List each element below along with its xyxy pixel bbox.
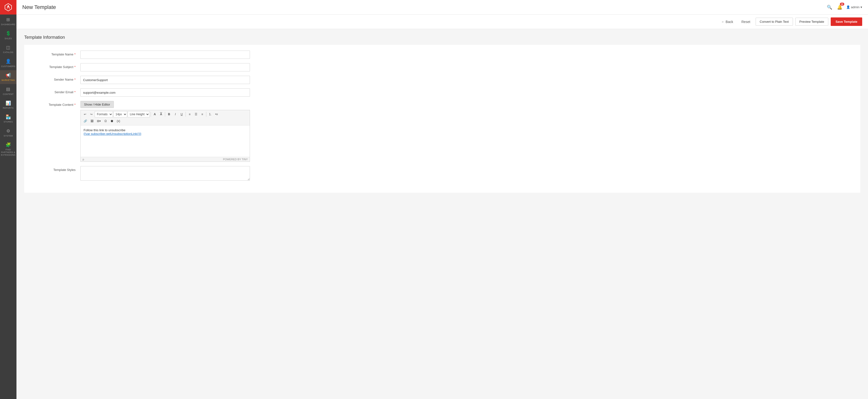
unordered-list-button[interactable]: •≡ [214, 112, 219, 117]
required-star-2: * [74, 65, 75, 69]
sidebar-item-dashboard[interactable]: ⊞ DASHBOARD [0, 14, 17, 28]
sender-name-input[interactable] [81, 76, 250, 84]
convert-button[interactable]: Convert to Plain Text [755, 18, 793, 26]
preview-button[interactable]: Preview Template [795, 18, 828, 26]
admin-label: admin [851, 5, 860, 9]
font-size-select[interactable]: 14px [113, 111, 127, 117]
content-icon: ▤ [6, 86, 10, 92]
underline-button[interactable]: U [179, 112, 185, 117]
special-char-button[interactable]: Ω [103, 118, 108, 124]
search-button[interactable]: 🔍 [826, 4, 833, 11]
template-styles-textarea[interactable] [81, 166, 250, 181]
sidebar: ⊞ DASHBOARD 💲 SALES ◫ CATALOG 👤 CUSTOMER… [0, 0, 17, 399]
back-button[interactable]: ← Back [718, 19, 736, 25]
code-button[interactable]: (x) [115, 118, 122, 124]
sidebar-item-content-label: CONTENT [3, 93, 14, 96]
sender-email-input[interactable] [81, 88, 250, 97]
formats-select[interactable]: Formats [95, 111, 113, 117]
sidebar-item-reports-label: REPORTS [3, 107, 13, 110]
admin-avatar-icon: 👤 [846, 5, 850, 9]
line-height-select[interactable]: Line Height [128, 111, 150, 117]
required-star-3: * [74, 78, 75, 81]
template-name-input[interactable] [81, 51, 250, 59]
align-center-button[interactable]: ☰ [193, 112, 199, 117]
editor-footer: p POWERED BY TINY [81, 157, 250, 161]
section-title: Template Information [24, 35, 860, 40]
template-content-label: Template Content* [32, 101, 81, 106]
topbar: New Template 🔍 🔔 38 👤 admin ▾ [17, 0, 868, 14]
dashboard-icon: ⊞ [6, 17, 10, 23]
form-container: Template Name* Template Subject* Sender … [24, 45, 860, 193]
page-title: New Template [22, 4, 826, 10]
sidebar-item-sales[interactable]: 💲 SALES [0, 28, 17, 42]
search-icon: 🔍 [827, 5, 832, 10]
sidebar-item-reports[interactable]: 📊 REPORTS [0, 98, 17, 112]
align-left-button[interactable]: ≡ [187, 112, 192, 117]
show-hide-editor-button[interactable]: Show / Hide Editor [81, 101, 114, 108]
sidebar-nav: ⊞ DASHBOARD 💲 SALES ◫ CATALOG 👤 CUSTOMER… [0, 14, 17, 159]
topbar-actions: 🔍 🔔 38 👤 admin ▾ [826, 4, 862, 11]
template-styles-label: Template Styles [32, 166, 81, 172]
stores-icon: 🏪 [6, 114, 11, 120]
template-subject-row: Template Subject* [32, 63, 852, 71]
sidebar-item-content[interactable]: ▤ CONTENT [0, 84, 17, 98]
reset-button[interactable]: Reset [738, 19, 753, 25]
admin-menu-button[interactable]: 👤 admin ▾ [846, 5, 862, 9]
sales-icon: 💲 [6, 31, 11, 36]
template-subject-input[interactable] [81, 63, 250, 71]
reports-icon: 📊 [6, 100, 11, 106]
page-content: Template Information Template Name* Temp… [17, 29, 868, 198]
save-template-button[interactable]: Save Template [831, 18, 862, 26]
customers-icon: 👤 [6, 59, 11, 64]
sidebar-item-marketing[interactable]: 📢 MARKETING [0, 70, 17, 84]
notification-badge: 38 [840, 3, 844, 6]
image-button[interactable]: 🖼 [89, 118, 95, 124]
required-star-5: * [74, 103, 75, 106]
sidebar-logo[interactable] [0, 0, 17, 14]
editor-tag: p [83, 158, 84, 161]
sidebar-item-dashboard-label: DASHBOARD [1, 23, 15, 26]
chevron-down-icon: ▾ [861, 5, 862, 9]
bg-color-button[interactable]: A [158, 112, 164, 117]
align-right-button[interactable]: ≡ [199, 112, 205, 117]
plugin-button[interactable]: ⬟ [109, 118, 115, 124]
italic-button[interactable]: I [173, 112, 178, 117]
sidebar-item-extensions[interactable]: 🧩 FIND PARTNERS & EXTENSIONS [0, 140, 17, 159]
sender-email-label: Sender Email* [32, 88, 81, 94]
undo-button[interactable]: ↩ [82, 112, 88, 117]
editor-body[interactable]: Follow this link to unsubscribe {{var su… [81, 125, 250, 157]
template-content-area: Show / Hide Editor ↩ ↪ Formats [81, 101, 250, 162]
sidebar-item-catalog-label: CATALOG [3, 51, 13, 54]
template-subject-label: Template Subject* [32, 63, 81, 69]
catalog-icon: ◫ [6, 45, 10, 50]
redo-button[interactable]: ↪ [88, 112, 94, 117]
notifications-button[interactable]: 🔔 38 [836, 4, 843, 11]
font-color-button[interactable]: A [152, 112, 158, 117]
marketing-icon: 📢 [6, 73, 11, 78]
editor-toolbar: ↩ ↪ Formats 14px Line Height [81, 110, 250, 125]
bell-icon: 🔔 [837, 5, 842, 10]
main-content: New Template 🔍 🔔 38 👤 admin ▾ ← Back Res… [17, 0, 868, 399]
required-star-4: * [74, 90, 75, 94]
sidebar-item-marketing-label: MARKETING [1, 79, 15, 82]
sender-name-row: Sender Name* [32, 76, 852, 84]
editor-text-line: Follow this link to unsubscribe [84, 128, 247, 132]
sidebar-item-stores-label: STORES [4, 121, 13, 123]
table-button[interactable]: ⊞▾ [95, 118, 102, 124]
template-name-row: Template Name* [32, 51, 852, 59]
sidebar-item-catalog[interactable]: ◫ CATALOG [0, 42, 17, 56]
sender-name-label: Sender Name* [32, 76, 81, 81]
bold-button[interactable]: B [166, 112, 172, 117]
template-name-label: Template Name* [32, 51, 81, 56]
unsubscribe-link[interactable]: {{var subscriber.getUnsubscriptionLink()… [84, 132, 141, 135]
sidebar-item-stores[interactable]: 🏪 STORES [0, 112, 17, 126]
toolbar-divider-2 [165, 112, 165, 117]
ordered-list-button[interactable]: 1. [207, 112, 213, 117]
editor-container: ↩ ↪ Formats 14px Line Height [81, 110, 250, 162]
sidebar-item-customers[interactable]: 👤 CUSTOMERS [0, 56, 17, 70]
sidebar-item-sales-label: SALES [5, 37, 12, 40]
toolbar-row-1: ↩ ↪ Formats 14px Line Height [82, 111, 248, 117]
required-star: * [74, 53, 75, 56]
link-button[interactable]: 🔗 [82, 118, 89, 124]
sidebar-item-system[interactable]: ⚙ SYSTEM [0, 126, 17, 140]
